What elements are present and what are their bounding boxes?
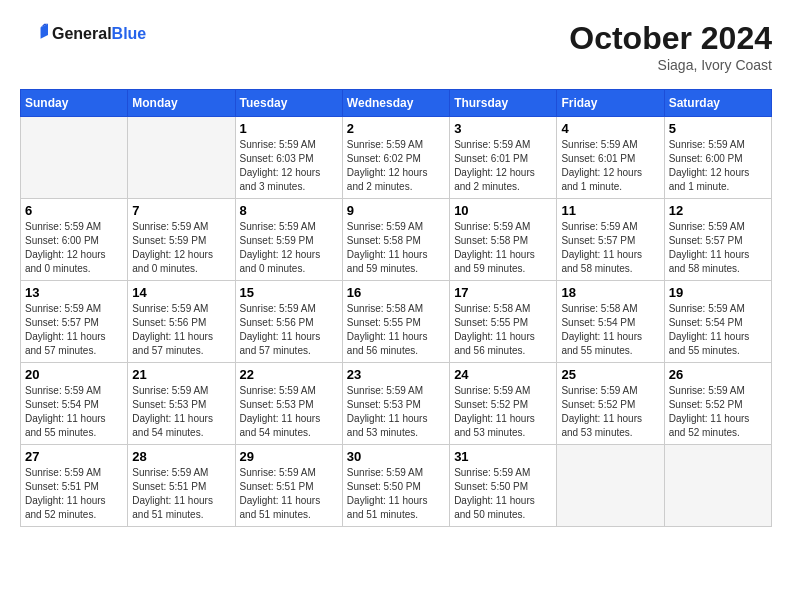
calendar-cell xyxy=(128,117,235,199)
day-info: Sunrise: 5:58 AM Sunset: 5:55 PM Dayligh… xyxy=(347,302,445,358)
day-info: Sunrise: 5:59 AM Sunset: 5:50 PM Dayligh… xyxy=(454,466,552,522)
day-info: Sunrise: 5:59 AM Sunset: 5:56 PM Dayligh… xyxy=(240,302,338,358)
col-friday: Friday xyxy=(557,90,664,117)
day-info: Sunrise: 5:59 AM Sunset: 5:53 PM Dayligh… xyxy=(132,384,230,440)
week-row-3: 13Sunrise: 5:59 AM Sunset: 5:57 PM Dayli… xyxy=(21,281,772,363)
day-number: 21 xyxy=(132,367,230,382)
day-info: Sunrise: 5:59 AM Sunset: 5:53 PM Dayligh… xyxy=(240,384,338,440)
calendar-cell xyxy=(21,117,128,199)
calendar-cell: 22Sunrise: 5:59 AM Sunset: 5:53 PM Dayli… xyxy=(235,363,342,445)
day-info: Sunrise: 5:59 AM Sunset: 5:54 PM Dayligh… xyxy=(25,384,123,440)
day-info: Sunrise: 5:59 AM Sunset: 5:59 PM Dayligh… xyxy=(132,220,230,276)
calendar-header-row: Sunday Monday Tuesday Wednesday Thursday… xyxy=(21,90,772,117)
calendar-cell: 15Sunrise: 5:59 AM Sunset: 5:56 PM Dayli… xyxy=(235,281,342,363)
title-area: October 2024 Siaga, Ivory Coast xyxy=(569,20,772,73)
calendar-cell: 6Sunrise: 5:59 AM Sunset: 6:00 PM Daylig… xyxy=(21,199,128,281)
page-header: GeneralBlue October 2024 Siaga, Ivory Co… xyxy=(20,20,772,73)
day-info: Sunrise: 5:59 AM Sunset: 5:50 PM Dayligh… xyxy=(347,466,445,522)
day-number: 29 xyxy=(240,449,338,464)
day-info: Sunrise: 5:59 AM Sunset: 5:58 PM Dayligh… xyxy=(454,220,552,276)
calendar-cell: 12Sunrise: 5:59 AM Sunset: 5:57 PM Dayli… xyxy=(664,199,771,281)
col-sunday: Sunday xyxy=(21,90,128,117)
day-number: 10 xyxy=(454,203,552,218)
calendar-cell: 17Sunrise: 5:58 AM Sunset: 5:55 PM Dayli… xyxy=(450,281,557,363)
day-info: Sunrise: 5:59 AM Sunset: 5:52 PM Dayligh… xyxy=(454,384,552,440)
calendar-cell: 11Sunrise: 5:59 AM Sunset: 5:57 PM Dayli… xyxy=(557,199,664,281)
calendar-cell: 9Sunrise: 5:59 AM Sunset: 5:58 PM Daylig… xyxy=(342,199,449,281)
day-number: 18 xyxy=(561,285,659,300)
day-number: 8 xyxy=(240,203,338,218)
day-info: Sunrise: 5:59 AM Sunset: 5:57 PM Dayligh… xyxy=(561,220,659,276)
day-number: 23 xyxy=(347,367,445,382)
col-saturday: Saturday xyxy=(664,90,771,117)
day-number: 7 xyxy=(132,203,230,218)
day-number: 1 xyxy=(240,121,338,136)
day-info: Sunrise: 5:59 AM Sunset: 6:00 PM Dayligh… xyxy=(669,138,767,194)
logo-text: GeneralBlue xyxy=(52,25,146,43)
day-info: Sunrise: 5:59 AM Sunset: 5:54 PM Dayligh… xyxy=(669,302,767,358)
calendar-cell: 31Sunrise: 5:59 AM Sunset: 5:50 PM Dayli… xyxy=(450,445,557,527)
calendar-cell xyxy=(664,445,771,527)
day-info: Sunrise: 5:59 AM Sunset: 6:01 PM Dayligh… xyxy=(454,138,552,194)
day-info: Sunrise: 5:59 AM Sunset: 5:52 PM Dayligh… xyxy=(669,384,767,440)
day-info: Sunrise: 5:59 AM Sunset: 5:57 PM Dayligh… xyxy=(25,302,123,358)
location-subtitle: Siaga, Ivory Coast xyxy=(569,57,772,73)
calendar-cell: 29Sunrise: 5:59 AM Sunset: 5:51 PM Dayli… xyxy=(235,445,342,527)
logo: GeneralBlue xyxy=(20,20,146,48)
calendar-cell: 14Sunrise: 5:59 AM Sunset: 5:56 PM Dayli… xyxy=(128,281,235,363)
calendar-cell: 2Sunrise: 5:59 AM Sunset: 6:02 PM Daylig… xyxy=(342,117,449,199)
day-number: 5 xyxy=(669,121,767,136)
calendar-cell: 10Sunrise: 5:59 AM Sunset: 5:58 PM Dayli… xyxy=(450,199,557,281)
calendar-cell: 25Sunrise: 5:59 AM Sunset: 5:52 PM Dayli… xyxy=(557,363,664,445)
day-info: Sunrise: 5:59 AM Sunset: 6:00 PM Dayligh… xyxy=(25,220,123,276)
day-info: Sunrise: 5:59 AM Sunset: 6:01 PM Dayligh… xyxy=(561,138,659,194)
col-wednesday: Wednesday xyxy=(342,90,449,117)
calendar-cell: 5Sunrise: 5:59 AM Sunset: 6:00 PM Daylig… xyxy=(664,117,771,199)
calendar-cell: 16Sunrise: 5:58 AM Sunset: 5:55 PM Dayli… xyxy=(342,281,449,363)
day-number: 9 xyxy=(347,203,445,218)
calendar-cell: 7Sunrise: 5:59 AM Sunset: 5:59 PM Daylig… xyxy=(128,199,235,281)
day-number: 20 xyxy=(25,367,123,382)
calendar-cell: 30Sunrise: 5:59 AM Sunset: 5:50 PM Dayli… xyxy=(342,445,449,527)
calendar-cell: 18Sunrise: 5:58 AM Sunset: 5:54 PM Dayli… xyxy=(557,281,664,363)
calendar-cell: 8Sunrise: 5:59 AM Sunset: 5:59 PM Daylig… xyxy=(235,199,342,281)
week-row-4: 20Sunrise: 5:59 AM Sunset: 5:54 PM Dayli… xyxy=(21,363,772,445)
calendar-cell: 28Sunrise: 5:59 AM Sunset: 5:51 PM Dayli… xyxy=(128,445,235,527)
day-info: Sunrise: 5:59 AM Sunset: 6:03 PM Dayligh… xyxy=(240,138,338,194)
week-row-1: 1Sunrise: 5:59 AM Sunset: 6:03 PM Daylig… xyxy=(21,117,772,199)
day-number: 4 xyxy=(561,121,659,136)
day-info: Sunrise: 5:59 AM Sunset: 5:51 PM Dayligh… xyxy=(132,466,230,522)
day-number: 3 xyxy=(454,121,552,136)
day-info: Sunrise: 5:59 AM Sunset: 5:56 PM Dayligh… xyxy=(132,302,230,358)
calendar-cell: 20Sunrise: 5:59 AM Sunset: 5:54 PM Dayli… xyxy=(21,363,128,445)
calendar-cell: 27Sunrise: 5:59 AM Sunset: 5:51 PM Dayli… xyxy=(21,445,128,527)
logo-icon xyxy=(20,20,48,48)
week-row-5: 27Sunrise: 5:59 AM Sunset: 5:51 PM Dayli… xyxy=(21,445,772,527)
col-tuesday: Tuesday xyxy=(235,90,342,117)
day-number: 6 xyxy=(25,203,123,218)
day-number: 30 xyxy=(347,449,445,464)
calendar-cell: 26Sunrise: 5:59 AM Sunset: 5:52 PM Dayli… xyxy=(664,363,771,445)
day-info: Sunrise: 5:58 AM Sunset: 5:54 PM Dayligh… xyxy=(561,302,659,358)
day-number: 25 xyxy=(561,367,659,382)
calendar-table: Sunday Monday Tuesday Wednesday Thursday… xyxy=(20,89,772,527)
day-info: Sunrise: 5:58 AM Sunset: 5:55 PM Dayligh… xyxy=(454,302,552,358)
col-thursday: Thursday xyxy=(450,90,557,117)
day-number: 26 xyxy=(669,367,767,382)
calendar-cell: 21Sunrise: 5:59 AM Sunset: 5:53 PM Dayli… xyxy=(128,363,235,445)
day-number: 16 xyxy=(347,285,445,300)
day-number: 19 xyxy=(669,285,767,300)
calendar-cell xyxy=(557,445,664,527)
day-number: 14 xyxy=(132,285,230,300)
week-row-2: 6Sunrise: 5:59 AM Sunset: 6:00 PM Daylig… xyxy=(21,199,772,281)
day-number: 15 xyxy=(240,285,338,300)
day-info: Sunrise: 5:59 AM Sunset: 5:53 PM Dayligh… xyxy=(347,384,445,440)
day-number: 17 xyxy=(454,285,552,300)
day-number: 2 xyxy=(347,121,445,136)
calendar-cell: 4Sunrise: 5:59 AM Sunset: 6:01 PM Daylig… xyxy=(557,117,664,199)
day-number: 11 xyxy=(561,203,659,218)
day-number: 22 xyxy=(240,367,338,382)
calendar-cell: 19Sunrise: 5:59 AM Sunset: 5:54 PM Dayli… xyxy=(664,281,771,363)
day-number: 31 xyxy=(454,449,552,464)
day-number: 13 xyxy=(25,285,123,300)
